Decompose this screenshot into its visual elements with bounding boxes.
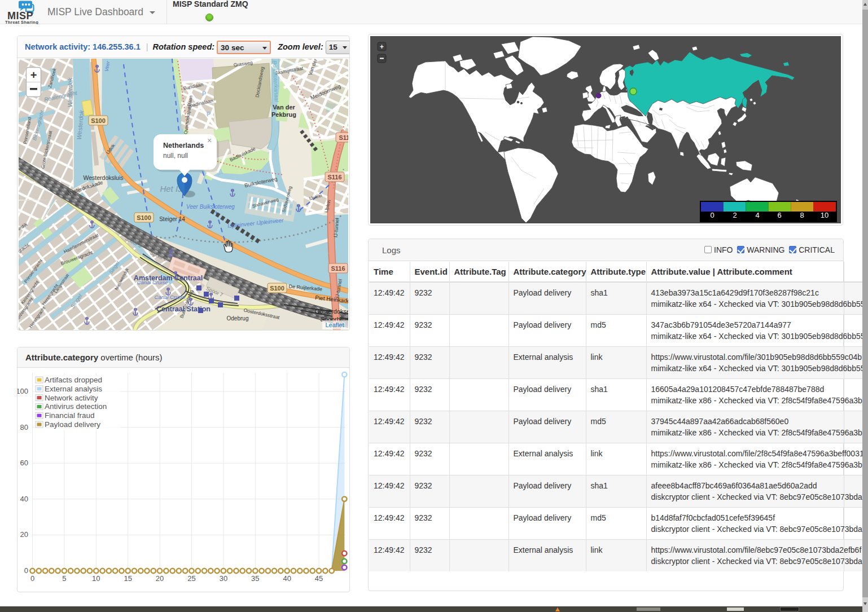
svg-text:Antivirus detection: Antivirus detection bbox=[45, 402, 107, 411]
svg-text:35: 35 bbox=[251, 574, 259, 583]
svg-text:External analysis: External analysis bbox=[45, 385, 102, 393]
svg-text:S100: S100 bbox=[270, 285, 284, 292]
svg-text:+: + bbox=[30, 69, 37, 81]
svg-text:Canal Cruise: Canal Cruise bbox=[137, 279, 168, 285]
svg-text:S116: S116 bbox=[331, 265, 345, 272]
svg-text:Artifacts dropped: Artifacts dropped bbox=[45, 376, 102, 384]
svg-text:null, null: null, null bbox=[163, 152, 188, 160]
svg-text:20: 20 bbox=[20, 530, 28, 539]
svg-text:60: 60 bbox=[20, 459, 28, 467]
svg-text:0: 0 bbox=[24, 566, 28, 575]
svg-text:Steiger 14: Steiger 14 bbox=[159, 216, 185, 222]
svg-text:Van der: Van der bbox=[273, 104, 295, 111]
svg-text:15: 15 bbox=[124, 574, 131, 583]
svg-text:Pekbrug: Pekbrug bbox=[271, 111, 296, 118]
svg-text:S11: S11 bbox=[339, 134, 348, 141]
svg-text:6: 6 bbox=[777, 211, 781, 219]
svg-text:S100: S100 bbox=[137, 214, 151, 221]
svg-text:Financial fraud: Financial fraud bbox=[45, 411, 95, 420]
svg-text:4: 4 bbox=[755, 211, 759, 219]
svg-text:40: 40 bbox=[20, 495, 28, 503]
svg-text:+: + bbox=[380, 43, 384, 51]
svg-text:Veer Buiksloterweg: Veer Buiksloterweg bbox=[186, 204, 235, 210]
svg-text:Odebrug: Odebrug bbox=[227, 315, 249, 322]
svg-text:Westerdoksluis: Westerdoksluis bbox=[84, 174, 124, 181]
svg-text:5: 5 bbox=[62, 574, 66, 583]
svg-text:Network activity: Network activity bbox=[45, 394, 98, 402]
svg-text:0: 0 bbox=[30, 574, 34, 583]
svg-text:10: 10 bbox=[92, 574, 100, 583]
svg-text:P: P bbox=[207, 111, 211, 117]
svg-text:S100: S100 bbox=[91, 117, 106, 124]
svg-text:Canal Cruise: Canal Cruise bbox=[155, 294, 186, 300]
svg-text:40: 40 bbox=[283, 574, 291, 583]
svg-text:2: 2 bbox=[733, 211, 737, 219]
svg-text:S116: S116 bbox=[327, 174, 341, 180]
svg-text:Leaflet: Leaflet bbox=[325, 322, 344, 328]
svg-text:45: 45 bbox=[315, 574, 323, 583]
svg-text:10: 10 bbox=[821, 211, 828, 219]
svg-text:Threat Sharing: Threat Sharing bbox=[5, 20, 38, 25]
svg-text:P: P bbox=[202, 90, 206, 97]
svg-text:Netherlands: Netherlands bbox=[163, 142, 204, 149]
svg-text:30: 30 bbox=[220, 574, 227, 583]
svg-text:Payload delivery: Payload delivery bbox=[45, 420, 100, 429]
svg-text:20: 20 bbox=[156, 574, 164, 583]
svg-text:100: 100 bbox=[17, 387, 28, 395]
svg-text:Oosterdokse: Oosterdokse bbox=[315, 308, 348, 315]
svg-text:×: × bbox=[207, 136, 212, 145]
svg-text:80: 80 bbox=[20, 423, 28, 432]
svg-text:25: 25 bbox=[187, 574, 195, 583]
svg-text:0: 0 bbox=[710, 211, 714, 219]
svg-text:8: 8 bbox=[800, 211, 804, 219]
